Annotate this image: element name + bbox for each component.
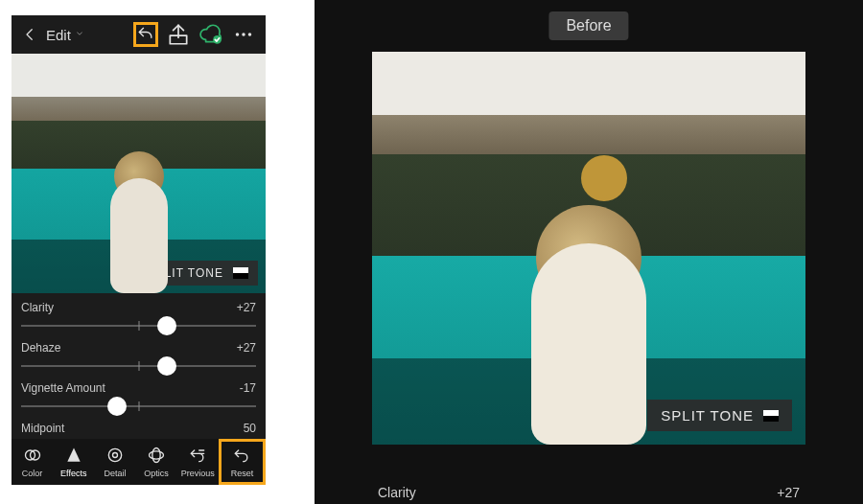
svg-point-9 [112,453,117,458]
slider-label: Dehaze [21,341,60,355]
tool-label: Effects [60,469,86,478]
svg-point-3 [242,33,245,35]
tool-reset[interactable]: Reset [219,439,266,485]
svg-point-4 [248,33,251,35]
sliders-panel: Clarity+27Dehaze+27Vignette Amount-17Mid… [12,293,266,437]
split-tone-button[interactable]: SPLIT TONE [647,400,792,431]
mode-label[interactable]: Edit [46,27,71,43]
bottom-toolbar: ColorEffectsDetailOpticsPreviousReset [12,439,266,485]
svg-point-11 [152,448,160,463]
detail-icon [105,446,125,467]
slider-knob[interactable] [157,356,176,376]
slider-track[interactable] [21,314,256,337]
slider-value: +27 [237,341,256,355]
slider-label: Vignette Amount [21,381,105,395]
slider-vignette-amount: Vignette Amount-17 [21,381,256,418]
optics-icon [147,446,166,467]
tool-effects[interactable]: Effects [53,439,94,485]
photo-subject [114,151,164,201]
split-tone-label: SPLIT TONE [661,407,754,424]
slider-knob[interactable] [157,316,176,335]
tool-optics[interactable]: Optics [136,439,177,485]
tool-label: Optics [144,469,169,478]
touch-indicator-icon [581,155,627,201]
split-tone-button[interactable]: SPLIT TONE [138,261,258,286]
slider-value: 50 [244,422,256,435]
before-badge: Before [548,11,628,40]
slider-label: Clarity [21,301,54,314]
share-icon[interactable] [166,22,191,47]
tool-label: Detail [104,469,126,478]
color-icon [23,446,42,467]
svg-point-10 [150,451,164,459]
tool-previous[interactable]: Previous [177,439,219,485]
photo-preview[interactable]: SPLIT TONE [12,54,266,293]
clarity-label: Clarity [378,485,416,500]
slider-track[interactable] [21,395,256,418]
slider-value: +27 [237,301,256,314]
svg-marker-7 [67,448,80,462]
chevron-down-icon[interactable] [75,29,84,40]
slider-midpoint: Midpoint50 [21,422,256,435]
before-preview-panel: Before SPLIT TONE Clarity +27 [315,0,863,504]
photo-subject [536,205,641,310]
slider-clarity: Clarity+27 [21,301,256,337]
slider-value: -17 [240,381,256,395]
tool-detail[interactable]: Detail [94,439,135,485]
split-tone-icon [233,267,248,279]
previous-icon [188,446,207,467]
phone-panel: Edit SPLIT TONE [12,15,266,485]
cloud-sync-icon[interactable] [198,22,223,47]
slider-label: Midpoint [21,422,64,435]
svg-point-8 [108,448,121,461]
reset-icon [232,446,251,467]
slider-track[interactable] [21,355,256,378]
clarity-value: +27 [777,485,800,500]
split-tone-label: SPLIT TONE [148,266,223,280]
top-bar: Edit [12,15,266,54]
more-icon[interactable] [231,22,256,47]
tool-label: Reset [231,469,254,478]
svg-point-2 [236,33,239,35]
effects-icon [64,446,83,467]
tool-label: Previous [181,469,215,478]
undo-icon[interactable] [133,22,158,47]
back-icon[interactable] [21,26,38,43]
clarity-readout: Clarity +27 [372,485,805,500]
split-tone-icon [763,410,779,422]
tool-color[interactable]: Color [12,439,53,485]
before-photo[interactable]: SPLIT TONE [372,52,805,445]
slider-dehaze: Dehaze+27 [21,341,256,378]
tool-label: Color [22,469,43,478]
slider-knob[interactable] [107,397,127,416]
